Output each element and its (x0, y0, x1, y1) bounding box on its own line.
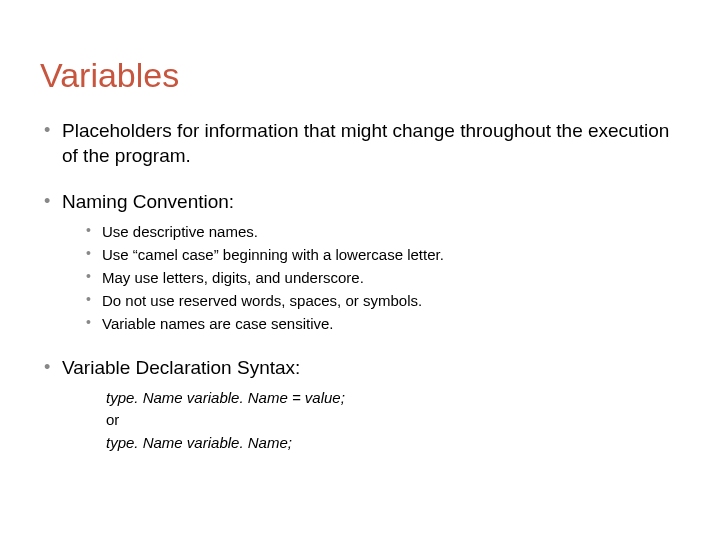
sub-bullet-item: Variable names are case sensitive. (84, 313, 680, 334)
syntax-or: or (106, 409, 680, 432)
syntax-line: type. Name variable. Name; (106, 432, 680, 455)
slide-title: Variables (40, 56, 680, 95)
syntax-line: type. Name variable. Name = value; (106, 387, 680, 410)
bullet-item: Variable Declaration Syntax: type. Name … (40, 356, 680, 454)
bullet-item: Placeholders for information that might … (40, 119, 680, 168)
bullet-text: Variable Declaration Syntax: (62, 357, 300, 378)
bullet-text: Naming Convention: (62, 191, 234, 212)
bullet-item: Naming Convention: Use descriptive names… (40, 190, 680, 334)
sub-bullet-item: May use letters, digits, and underscore. (84, 267, 680, 288)
sub-bullet-item: Use descriptive names. (84, 221, 680, 242)
sub-bullet-item: Do not use reserved words, spaces, or sy… (84, 290, 680, 311)
bullet-text: Placeholders for information that might … (62, 120, 669, 166)
syntax-block: type. Name variable. Name = value; or ty… (106, 387, 680, 455)
bullet-list: Placeholders for information that might … (40, 119, 680, 454)
sub-bullet-item: Use “camel case” beginning with a lowerc… (84, 244, 680, 265)
sub-bullet-list: Use descriptive names. Use “camel case” … (84, 221, 680, 334)
slide: Variables Placeholders for information t… (0, 0, 720, 540)
